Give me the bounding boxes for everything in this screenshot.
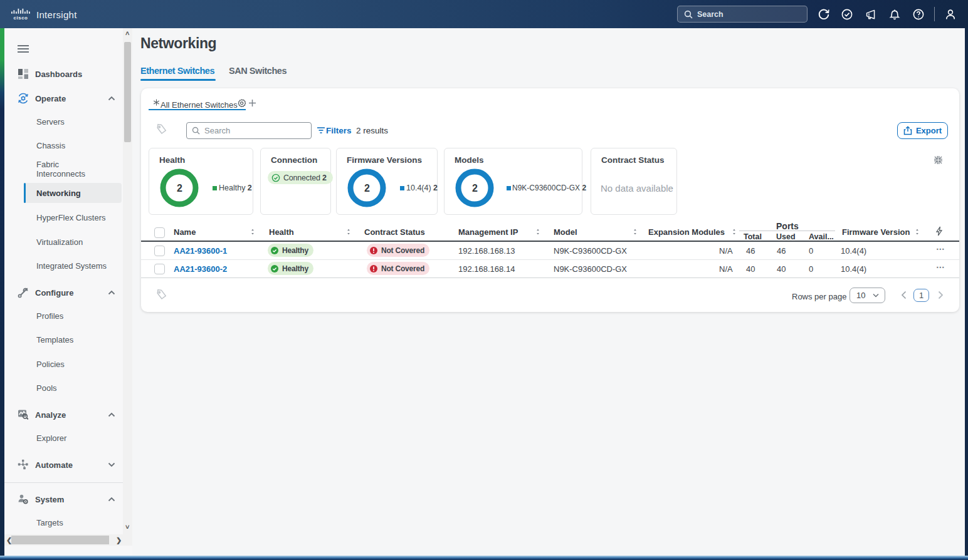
svg-text:cisco: cisco <box>14 15 28 21</box>
